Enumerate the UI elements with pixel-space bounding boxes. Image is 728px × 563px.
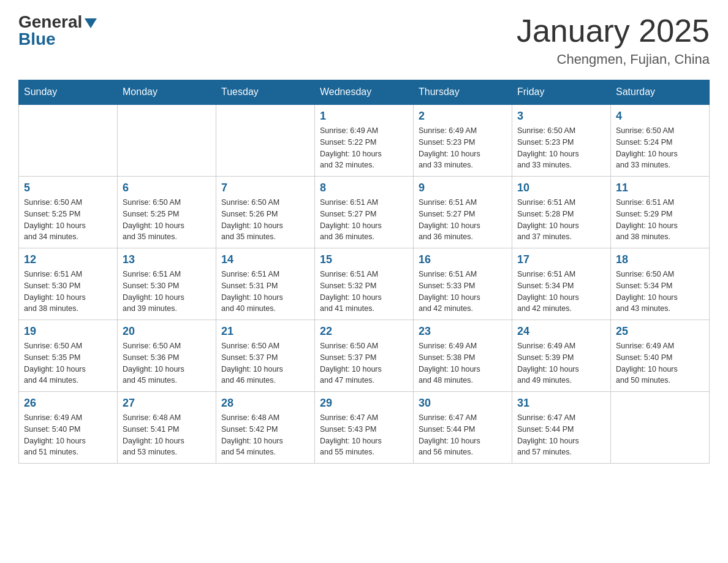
day-info: Sunrise: 6:49 AM Sunset: 5:38 PM Dayligh… <box>419 340 507 386</box>
calendar-cell: 7Sunrise: 6:50 AM Sunset: 5:26 PM Daylig… <box>216 177 315 248</box>
day-number: 21 <box>221 325 309 338</box>
day-number: 17 <box>517 253 605 266</box>
day-number: 14 <box>221 253 309 266</box>
day-info: Sunrise: 6:49 AM Sunset: 5:39 PM Dayligh… <box>517 340 605 386</box>
day-of-week-header: Sunday <box>19 80 118 105</box>
calendar-cell: 29Sunrise: 6:47 AM Sunset: 5:43 PM Dayli… <box>315 392 414 464</box>
calendar-cell: 24Sunrise: 6:49 AM Sunset: 5:39 PM Dayli… <box>512 320 611 392</box>
calendar-cell: 27Sunrise: 6:48 AM Sunset: 5:41 PM Dayli… <box>118 392 216 464</box>
day-number: 26 <box>24 397 112 410</box>
day-info: Sunrise: 6:51 AM Sunset: 5:27 PM Dayligh… <box>419 197 507 243</box>
title-block: January 2025 Chengmen, Fujian, China <box>517 12 710 67</box>
day-info: Sunrise: 6:51 AM Sunset: 5:33 PM Dayligh… <box>419 269 507 315</box>
calendar-cell: 16Sunrise: 6:51 AM Sunset: 5:33 PM Dayli… <box>414 248 512 320</box>
day-info: Sunrise: 6:50 AM Sunset: 5:37 PM Dayligh… <box>221 340 309 386</box>
calendar-cell: 19Sunrise: 6:50 AM Sunset: 5:35 PM Dayli… <box>19 320 118 392</box>
day-info: Sunrise: 6:50 AM Sunset: 5:37 PM Dayligh… <box>320 340 408 386</box>
day-of-week-header: Monday <box>118 80 216 105</box>
calendar-week-row: 26Sunrise: 6:49 AM Sunset: 5:40 PM Dayli… <box>19 392 710 464</box>
day-info: Sunrise: 6:49 AM Sunset: 5:23 PM Dayligh… <box>419 125 507 171</box>
calendar-cell: 20Sunrise: 6:50 AM Sunset: 5:36 PM Dayli… <box>118 320 216 392</box>
day-info: Sunrise: 6:50 AM Sunset: 5:35 PM Dayligh… <box>24 340 112 386</box>
calendar-cell: 25Sunrise: 6:49 AM Sunset: 5:40 PM Dayli… <box>611 320 710 392</box>
day-number: 5 <box>24 182 112 194</box>
day-number: 30 <box>419 397 507 410</box>
day-number: 10 <box>517 182 605 194</box>
day-number: 12 <box>24 253 112 266</box>
day-of-week-header: Tuesday <box>216 80 315 105</box>
day-number: 22 <box>320 325 408 338</box>
calendar-cell: 23Sunrise: 6:49 AM Sunset: 5:38 PM Dayli… <box>414 320 512 392</box>
day-info: Sunrise: 6:50 AM Sunset: 5:36 PM Dayligh… <box>123 340 211 386</box>
day-info: Sunrise: 6:48 AM Sunset: 5:42 PM Dayligh… <box>221 412 309 458</box>
day-number: 11 <box>616 182 704 194</box>
day-info: Sunrise: 6:47 AM Sunset: 5:43 PM Dayligh… <box>320 412 408 458</box>
day-info: Sunrise: 6:51 AM Sunset: 5:34 PM Dayligh… <box>517 269 605 315</box>
day-info: Sunrise: 6:51 AM Sunset: 5:29 PM Dayligh… <box>616 197 704 243</box>
calendar-cell: 1Sunrise: 6:49 AM Sunset: 5:22 PM Daylig… <box>315 104 414 177</box>
calendar-cell: 9Sunrise: 6:51 AM Sunset: 5:27 PM Daylig… <box>414 177 512 248</box>
calendar-cell: 4Sunrise: 6:50 AM Sunset: 5:24 PM Daylig… <box>611 104 710 177</box>
day-number: 20 <box>123 325 211 338</box>
calendar-cell: 14Sunrise: 6:51 AM Sunset: 5:31 PM Dayli… <box>216 248 315 320</box>
day-number: 25 <box>616 325 704 338</box>
day-number: 27 <box>123 397 211 410</box>
day-info: Sunrise: 6:51 AM Sunset: 5:31 PM Dayligh… <box>221 269 309 315</box>
day-number: 3 <box>517 110 605 123</box>
calendar-cell: 28Sunrise: 6:48 AM Sunset: 5:42 PM Dayli… <box>216 392 315 464</box>
day-info: Sunrise: 6:50 AM Sunset: 5:34 PM Dayligh… <box>616 269 704 315</box>
day-info: Sunrise: 6:51 AM Sunset: 5:32 PM Dayligh… <box>320 269 408 315</box>
day-info: Sunrise: 6:49 AM Sunset: 5:40 PM Dayligh… <box>616 340 704 386</box>
days-of-week-row: SundayMondayTuesdayWednesdayThursdayFrid… <box>19 80 710 105</box>
day-info: Sunrise: 6:47 AM Sunset: 5:44 PM Dayligh… <box>419 412 507 458</box>
day-number: 16 <box>419 253 507 266</box>
calendar-subtitle: Chengmen, Fujian, China <box>517 52 710 67</box>
day-number: 1 <box>320 110 408 123</box>
calendar-cell <box>216 104 315 177</box>
calendar-cell <box>118 104 216 177</box>
day-info: Sunrise: 6:48 AM Sunset: 5:41 PM Dayligh… <box>123 412 211 458</box>
calendar-cell: 17Sunrise: 6:51 AM Sunset: 5:34 PM Dayli… <box>512 248 611 320</box>
calendar-cell: 18Sunrise: 6:50 AM Sunset: 5:34 PM Dayli… <box>611 248 710 320</box>
page-header: General Blue January 2025 Chengmen, Fuji… <box>18 12 710 67</box>
day-number: 2 <box>419 110 507 123</box>
day-number: 23 <box>419 325 507 338</box>
day-info: Sunrise: 6:49 AM Sunset: 5:22 PM Dayligh… <box>320 125 408 171</box>
calendar-cell: 6Sunrise: 6:50 AM Sunset: 5:25 PM Daylig… <box>118 177 216 248</box>
calendar-cell: 10Sunrise: 6:51 AM Sunset: 5:28 PM Dayli… <box>512 177 611 248</box>
day-info: Sunrise: 6:50 AM Sunset: 5:23 PM Dayligh… <box>517 125 605 171</box>
calendar-week-row: 5Sunrise: 6:50 AM Sunset: 5:25 PM Daylig… <box>19 177 710 248</box>
logo: General Blue <box>18 12 97 49</box>
calendar-week-row: 1Sunrise: 6:49 AM Sunset: 5:22 PM Daylig… <box>19 104 710 177</box>
day-number: 28 <box>221 397 309 410</box>
calendar-cell: 26Sunrise: 6:49 AM Sunset: 5:40 PM Dayli… <box>19 392 118 464</box>
calendar-table: SundayMondayTuesdayWednesdayThursdayFrid… <box>18 80 710 464</box>
calendar-cell: 5Sunrise: 6:50 AM Sunset: 5:25 PM Daylig… <box>19 177 118 248</box>
day-info: Sunrise: 6:51 AM Sunset: 5:30 PM Dayligh… <box>24 269 112 315</box>
day-info: Sunrise: 6:50 AM Sunset: 5:24 PM Dayligh… <box>616 125 704 171</box>
calendar-cell: 30Sunrise: 6:47 AM Sunset: 5:44 PM Dayli… <box>414 392 512 464</box>
day-number: 4 <box>616 110 704 123</box>
day-number: 31 <box>517 397 605 410</box>
day-number: 9 <box>419 182 507 194</box>
calendar-cell <box>19 104 118 177</box>
day-info: Sunrise: 6:51 AM Sunset: 5:30 PM Dayligh… <box>123 269 211 315</box>
calendar-cell: 2Sunrise: 6:49 AM Sunset: 5:23 PM Daylig… <box>414 104 512 177</box>
calendar-cell: 11Sunrise: 6:51 AM Sunset: 5:29 PM Dayli… <box>611 177 710 248</box>
day-number: 29 <box>320 397 408 410</box>
day-info: Sunrise: 6:50 AM Sunset: 5:25 PM Dayligh… <box>123 197 211 243</box>
calendar-week-row: 12Sunrise: 6:51 AM Sunset: 5:30 PM Dayli… <box>19 248 710 320</box>
day-number: 15 <box>320 253 408 266</box>
day-number: 6 <box>123 182 211 194</box>
day-number: 18 <box>616 253 704 266</box>
calendar-cell: 31Sunrise: 6:47 AM Sunset: 5:44 PM Dayli… <box>512 392 611 464</box>
day-info: Sunrise: 6:49 AM Sunset: 5:40 PM Dayligh… <box>24 412 112 458</box>
day-of-week-header: Wednesday <box>315 80 414 105</box>
calendar-cell: 21Sunrise: 6:50 AM Sunset: 5:37 PM Dayli… <box>216 320 315 392</box>
calendar-cell <box>611 392 710 464</box>
day-of-week-header: Friday <box>512 80 611 105</box>
calendar-week-row: 19Sunrise: 6:50 AM Sunset: 5:35 PM Dayli… <box>19 320 710 392</box>
calendar-cell: 8Sunrise: 6:51 AM Sunset: 5:27 PM Daylig… <box>315 177 414 248</box>
day-number: 7 <box>221 182 309 194</box>
day-number: 13 <box>123 253 211 266</box>
